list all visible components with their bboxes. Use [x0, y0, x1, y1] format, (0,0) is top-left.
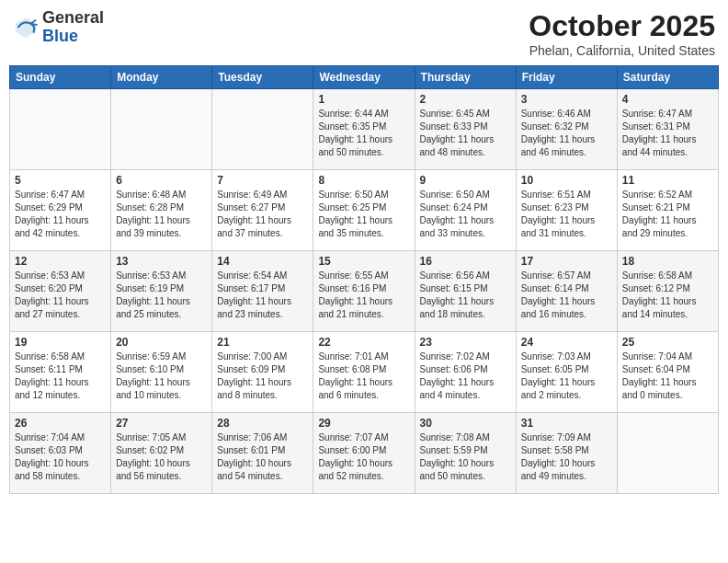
- day-number: 18: [622, 255, 713, 268]
- calendar-week-row: 19Sunrise: 6:58 AM Sunset: 6:11 PM Dayli…: [10, 332, 719, 413]
- day-info: Sunrise: 7:04 AM Sunset: 6:03 PM Dayligh…: [15, 431, 106, 483]
- calendar-cell: 26Sunrise: 7:04 AM Sunset: 6:03 PM Dayli…: [10, 413, 111, 494]
- calendar-cell: 22Sunrise: 7:01 AM Sunset: 6:08 PM Dayli…: [313, 332, 415, 413]
- calendar-cell: 8Sunrise: 6:50 AM Sunset: 6:25 PM Daylig…: [313, 170, 415, 251]
- day-number: 31: [521, 417, 612, 430]
- weekday-header: Sunday: [10, 66, 111, 89]
- day-info: Sunrise: 7:09 AM Sunset: 5:58 PM Dayligh…: [521, 431, 612, 483]
- day-number: 17: [521, 255, 612, 268]
- weekday-header: Wednesday: [313, 66, 415, 89]
- location-title: Phelan, California, United States: [529, 43, 715, 58]
- day-info: Sunrise: 7:07 AM Sunset: 6:00 PM Dayligh…: [318, 431, 409, 483]
- calendar-cell: 12Sunrise: 6:53 AM Sunset: 6:20 PM Dayli…: [10, 251, 111, 332]
- day-info: Sunrise: 7:08 AM Sunset: 5:59 PM Dayligh…: [420, 431, 511, 483]
- day-number: 2: [420, 93, 511, 106]
- day-number: 3: [521, 93, 612, 106]
- day-info: Sunrise: 6:47 AM Sunset: 6:29 PM Dayligh…: [15, 189, 106, 240]
- day-number: 24: [521, 336, 612, 349]
- day-number: 8: [318, 174, 409, 187]
- logo-blue: Blue: [42, 27, 78, 45]
- day-number: 11: [622, 174, 713, 187]
- day-info: Sunrise: 6:53 AM Sunset: 6:20 PM Dayligh…: [15, 270, 106, 321]
- day-number: 15: [318, 255, 409, 268]
- calendar-cell: 27Sunrise: 7:05 AM Sunset: 6:02 PM Dayli…: [111, 413, 212, 494]
- day-number: 30: [420, 417, 511, 430]
- weekday-header-row: SundayMondayTuesdayWednesdayThursdayFrid…: [10, 66, 719, 89]
- day-info: Sunrise: 6:48 AM Sunset: 6:28 PM Dayligh…: [116, 189, 207, 240]
- calendar-cell: 18Sunrise: 6:58 AM Sunset: 6:12 PM Dayli…: [617, 251, 718, 332]
- logo-general: General: [42, 8, 104, 27]
- day-number: 9: [420, 174, 511, 187]
- day-info: Sunrise: 6:58 AM Sunset: 6:11 PM Dayligh…: [15, 350, 106, 402]
- calendar-cell: 24Sunrise: 7:03 AM Sunset: 6:05 PM Dayli…: [516, 332, 617, 413]
- calendar-cell: 31Sunrise: 7:09 AM Sunset: 5:58 PM Dayli…: [516, 413, 617, 494]
- month-title: October 2025: [529, 9, 715, 43]
- calendar-cell: 10Sunrise: 6:51 AM Sunset: 6:23 PM Dayli…: [516, 170, 617, 251]
- calendar-cell: 5Sunrise: 6:47 AM Sunset: 6:29 PM Daylig…: [10, 170, 111, 251]
- logo-text: General Blue: [42, 9, 104, 46]
- calendar-cell: [617, 413, 718, 494]
- calendar-cell: 7Sunrise: 6:49 AM Sunset: 6:27 PM Daylig…: [212, 170, 313, 251]
- calendar-cell: [10, 89, 111, 170]
- day-info: Sunrise: 7:05 AM Sunset: 6:02 PM Dayligh…: [116, 431, 207, 483]
- day-info: Sunrise: 6:44 AM Sunset: 6:35 PM Dayligh…: [318, 108, 409, 159]
- weekday-header: Friday: [516, 66, 617, 89]
- calendar-cell: 13Sunrise: 6:53 AM Sunset: 6:19 PM Dayli…: [111, 251, 212, 332]
- calendar-cell: 19Sunrise: 6:58 AM Sunset: 6:11 PM Dayli…: [10, 332, 111, 413]
- day-info: Sunrise: 6:59 AM Sunset: 6:10 PM Dayligh…: [116, 350, 207, 402]
- title-area: October 2025 Phelan, California, United …: [529, 9, 715, 58]
- day-info: Sunrise: 6:46 AM Sunset: 6:32 PM Dayligh…: [521, 108, 612, 159]
- calendar-cell: 11Sunrise: 6:52 AM Sunset: 6:21 PM Dayli…: [617, 170, 718, 251]
- day-number: 29: [318, 417, 409, 430]
- day-info: Sunrise: 7:06 AM Sunset: 6:01 PM Dayligh…: [217, 431, 308, 483]
- calendar-cell: 20Sunrise: 6:59 AM Sunset: 6:10 PM Dayli…: [111, 332, 212, 413]
- day-number: 19: [15, 336, 106, 349]
- day-number: 1: [318, 93, 409, 106]
- day-number: 28: [217, 417, 308, 430]
- day-info: Sunrise: 6:49 AM Sunset: 6:27 PM Dayligh…: [217, 189, 308, 240]
- day-info: Sunrise: 6:53 AM Sunset: 6:19 PM Dayligh…: [116, 270, 207, 321]
- day-info: Sunrise: 6:50 AM Sunset: 6:24 PM Dayligh…: [420, 189, 511, 240]
- day-number: 7: [217, 174, 308, 187]
- calendar-week-row: 5Sunrise: 6:47 AM Sunset: 6:29 PM Daylig…: [10, 170, 719, 251]
- calendar-cell: 29Sunrise: 7:07 AM Sunset: 6:00 PM Dayli…: [313, 413, 415, 494]
- day-info: Sunrise: 7:01 AM Sunset: 6:08 PM Dayligh…: [318, 350, 409, 402]
- day-number: 26: [15, 417, 106, 430]
- weekday-header: Saturday: [617, 66, 718, 89]
- day-number: 16: [420, 255, 511, 268]
- day-number: 27: [116, 417, 207, 430]
- weekday-header: Monday: [111, 66, 212, 89]
- logo: General Blue: [13, 9, 104, 46]
- day-info: Sunrise: 6:58 AM Sunset: 6:12 PM Dayligh…: [622, 270, 713, 321]
- calendar-cell: [111, 89, 212, 170]
- day-number: 23: [420, 336, 511, 349]
- weekday-header: Tuesday: [212, 66, 313, 89]
- header: General Blue October 2025 Phelan, Califo…: [9, 9, 719, 58]
- calendar-cell: 14Sunrise: 6:54 AM Sunset: 6:17 PM Dayli…: [212, 251, 313, 332]
- day-info: Sunrise: 7:03 AM Sunset: 6:05 PM Dayligh…: [521, 350, 612, 402]
- day-number: 10: [521, 174, 612, 187]
- day-info: Sunrise: 7:04 AM Sunset: 6:04 PM Dayligh…: [622, 350, 713, 402]
- day-number: 22: [318, 336, 409, 349]
- calendar-cell: 3Sunrise: 6:46 AM Sunset: 6:32 PM Daylig…: [516, 89, 617, 170]
- calendar-cell: 17Sunrise: 6:57 AM Sunset: 6:14 PM Dayli…: [516, 251, 617, 332]
- day-info: Sunrise: 6:45 AM Sunset: 6:33 PM Dayligh…: [420, 108, 511, 159]
- calendar-week-row: 12Sunrise: 6:53 AM Sunset: 6:20 PM Dayli…: [10, 251, 719, 332]
- calendar-cell: 15Sunrise: 6:55 AM Sunset: 6:16 PM Dayli…: [313, 251, 415, 332]
- calendar-week-row: 1Sunrise: 6:44 AM Sunset: 6:35 PM Daylig…: [10, 89, 719, 170]
- calendar-cell: 9Sunrise: 6:50 AM Sunset: 6:24 PM Daylig…: [415, 170, 516, 251]
- calendar-cell: 23Sunrise: 7:02 AM Sunset: 6:06 PM Dayli…: [415, 332, 516, 413]
- calendar-cell: 16Sunrise: 6:56 AM Sunset: 6:15 PM Dayli…: [415, 251, 516, 332]
- day-info: Sunrise: 6:54 AM Sunset: 6:17 PM Dayligh…: [217, 270, 308, 321]
- day-info: Sunrise: 6:56 AM Sunset: 6:15 PM Dayligh…: [420, 270, 511, 321]
- day-info: Sunrise: 7:00 AM Sunset: 6:09 PM Dayligh…: [217, 350, 308, 402]
- calendar-week-row: 26Sunrise: 7:04 AM Sunset: 6:03 PM Dayli…: [10, 413, 719, 494]
- calendar: SundayMondayTuesdayWednesdayThursdayFrid…: [9, 65, 719, 494]
- day-number: 4: [622, 93, 713, 106]
- day-number: 25: [622, 336, 713, 349]
- calendar-cell: 30Sunrise: 7:08 AM Sunset: 5:59 PM Dayli…: [415, 413, 516, 494]
- day-number: 5: [15, 174, 106, 187]
- day-info: Sunrise: 6:50 AM Sunset: 6:25 PM Dayligh…: [318, 189, 409, 240]
- day-number: 12: [15, 255, 106, 268]
- day-info: Sunrise: 7:02 AM Sunset: 6:06 PM Dayligh…: [420, 350, 511, 402]
